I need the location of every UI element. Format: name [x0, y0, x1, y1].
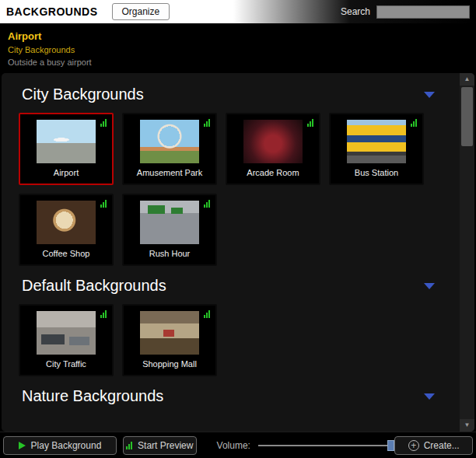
- footer-bar: Play Background Start Preview Volume: + …: [0, 432, 476, 458]
- backgrounds-panel: City Backgrounds Airport Amusement Park …: [2, 73, 460, 432]
- section-title: Default Backgrounds: [22, 277, 166, 295]
- tile-label: Arcade Room: [227, 168, 319, 177]
- tile-label: Rush Hour: [124, 249, 215, 258]
- scrollbar-track[interactable]: ▲ ▼: [460, 73, 474, 432]
- volume-slider-handle[interactable]: [387, 440, 394, 451]
- section-header-city: City Backgrounds: [22, 86, 449, 103]
- tile-thumbnail: [243, 120, 303, 163]
- scrollbar-thumb[interactable]: [461, 87, 473, 146]
- tile-airport[interactable]: Airport: [19, 113, 114, 185]
- tile-rush-hour[interactable]: Rush Hour: [122, 194, 217, 266]
- volume-bars-icon: [307, 119, 313, 127]
- section-title: Nature Backgrounds: [22, 387, 163, 405]
- volume-bars-icon: [204, 119, 210, 127]
- tile-grid-default: City Traffic Shopping Mall: [19, 304, 449, 376]
- chevron-down-icon[interactable]: [424, 393, 435, 400]
- section-header-nature: Nature Backgrounds: [22, 387, 449, 405]
- tile-label: Bus Station: [331, 168, 422, 177]
- organize-button[interactable]: Organize: [112, 3, 170, 20]
- section-header-default: Default Backgrounds: [22, 277, 449, 295]
- tile-shopping-mall[interactable]: Shopping Mall: [122, 304, 217, 376]
- start-preview-label: Start Preview: [138, 440, 193, 451]
- start-preview-button[interactable]: Start Preview: [123, 436, 197, 455]
- volume-bars-icon: [100, 119, 107, 127]
- selected-background-description: Outside a busy airport: [8, 58, 468, 67]
- section-title: City Backgrounds: [22, 86, 144, 103]
- play-icon: [19, 442, 26, 449]
- tile-thumbnail: [140, 120, 199, 163]
- volume-bars-icon: [126, 442, 132, 449]
- scrollbar-down-icon[interactable]: ▼: [460, 419, 474, 432]
- tile-amusement-park[interactable]: Amusement Park: [122, 113, 217, 185]
- create-button[interactable]: + Create...: [394, 436, 473, 455]
- tile-label: Coffee Shop: [20, 249, 112, 258]
- chevron-down-icon[interactable]: [424, 283, 435, 289]
- scrollbar-up-icon[interactable]: ▲: [460, 73, 474, 86]
- chevron-down-icon[interactable]: [424, 92, 435, 98]
- tile-thumbnail: [140, 311, 199, 355]
- tile-thumbnail: [37, 311, 96, 355]
- tile-thumbnail: [347, 120, 406, 163]
- volume-bars-icon: [204, 200, 210, 208]
- volume-label: Volume:: [217, 440, 250, 451]
- tile-city-traffic[interactable]: City Traffic: [19, 304, 114, 376]
- volume-slider-track: [258, 445, 394, 446]
- tile-arcade-room[interactable]: Arcade Room: [226, 113, 320, 185]
- play-background-button[interactable]: Play Background: [3, 436, 117, 455]
- tile-label: Shopping Mall: [124, 359, 215, 369]
- create-label: Create...: [424, 440, 460, 451]
- selected-background-name: Airport: [8, 30, 468, 42]
- top-bar: BACKGROUNDS Organize Search: [0, 0, 476, 23]
- tile-bus-station[interactable]: Bus Station: [329, 113, 424, 185]
- tile-label: City Traffic: [20, 359, 112, 369]
- search-input[interactable]: [376, 5, 470, 19]
- volume-slider[interactable]: [258, 440, 394, 451]
- page-title: BACKGROUNDS: [6, 5, 98, 18]
- tile-thumbnail: [140, 201, 199, 244]
- content-row: City Backgrounds Airport Amusement Park …: [2, 73, 474, 432]
- tile-grid-city: Airport Amusement Park Arcade Room Bus S…: [19, 113, 449, 266]
- search-label: Search: [341, 6, 370, 17]
- plus-circle-icon: +: [408, 440, 419, 451]
- tile-thumbnail: [37, 120, 96, 163]
- tile-coffee-shop[interactable]: Coffee Shop: [19, 194, 114, 266]
- selected-background-category: City Backgrounds: [8, 45, 468, 54]
- tile-thumbnail: [37, 201, 96, 244]
- volume-bars-icon: [204, 310, 210, 318]
- volume-bars-icon: [411, 119, 417, 127]
- volume-bars-icon: [100, 200, 107, 208]
- tile-label: Amusement Park: [124, 168, 215, 177]
- selection-info: Airport City Backgrounds Outside a busy …: [0, 23, 476, 73]
- play-background-label: Play Background: [31, 440, 102, 451]
- tile-label: Airport: [20, 168, 112, 177]
- volume-bars-icon: [100, 310, 107, 318]
